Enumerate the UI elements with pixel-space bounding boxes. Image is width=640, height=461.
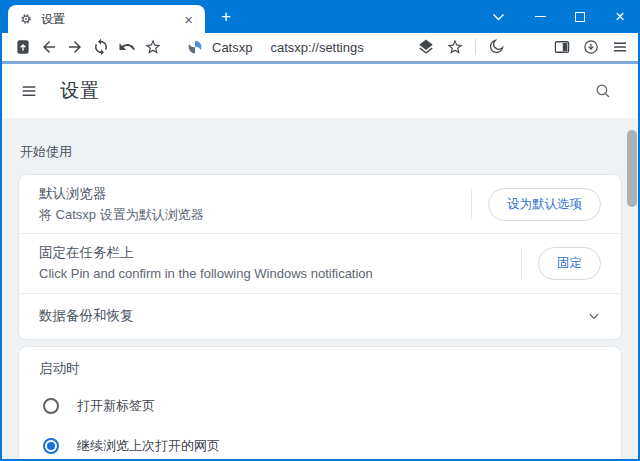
radio-option-new-tab[interactable]: 打开新标签页 bbox=[19, 386, 621, 426]
row-default-browser-action: 设为默认选项 bbox=[471, 188, 601, 221]
row-backup-restore-text: 数据备份和恢复 bbox=[39, 306, 587, 327]
toolbar: Catsxp catsxp://settings bbox=[2, 33, 638, 61]
radio-continue-label: 继续浏览上次打开的网页 bbox=[77, 437, 220, 455]
scrollbar-thumb[interactable] bbox=[627, 130, 637, 207]
tab-search-button[interactable] bbox=[478, 0, 518, 33]
row-backup-restore[interactable]: 数据备份和恢复 bbox=[19, 294, 621, 339]
tab-settings[interactable]: 设置 × bbox=[8, 5, 205, 33]
star-outline-icon bbox=[144, 38, 162, 56]
layers-button[interactable] bbox=[417, 38, 435, 56]
brand-label: Catsxp bbox=[212, 40, 252, 55]
card-getting-started: 默认浏览器 将 Catsxp 设置为默认浏览器 设为默认选项 固定在任务栏上 C… bbox=[18, 174, 622, 340]
pin-taskbar-title: 固定在任务栏上 bbox=[39, 243, 521, 264]
chevron-down-icon bbox=[587, 309, 601, 323]
row-pin-taskbar: 固定在任务栏上 Click Pin and confirm in the fol… bbox=[19, 234, 621, 293]
tab-title: 设置 bbox=[41, 11, 180, 28]
window-controls: × bbox=[520, 0, 640, 33]
arrow-back-icon bbox=[40, 38, 58, 56]
minimize-button[interactable] bbox=[520, 0, 560, 33]
settings-gear-icon bbox=[19, 12, 33, 26]
settings-header: 设置 bbox=[2, 64, 638, 118]
maximize-button[interactable] bbox=[560, 0, 600, 33]
browser-window: 设置 × + × bbox=[0, 0, 640, 461]
row-pin-taskbar-text: 固定在任务栏上 Click Pin and confirm in the fol… bbox=[39, 243, 521, 283]
undo-arrow-icon bbox=[118, 38, 136, 56]
pin-button[interactable]: 固定 bbox=[538, 247, 601, 280]
tab-close-icon[interactable]: × bbox=[180, 10, 197, 29]
hamburger-menu-icon bbox=[611, 38, 629, 56]
refresh-button[interactable] bbox=[92, 38, 110, 56]
card-startup: 启动时 打开新标签页 继续浏览上次打开的网页 bbox=[18, 346, 622, 459]
settings-menu-button[interactable] bbox=[20, 82, 38, 100]
search-button[interactable] bbox=[594, 82, 612, 100]
maximize-icon bbox=[575, 12, 585, 22]
bookmark-star-icon bbox=[446, 38, 464, 56]
page-title: 设置 bbox=[60, 78, 100, 104]
settings-content: 开始使用 默认浏览器 将 Catsxp 设置为默认浏览器 设为默认选项 固定在任… bbox=[2, 118, 638, 459]
startup-title: 启动时 bbox=[19, 347, 621, 386]
download-icon bbox=[582, 38, 600, 56]
minimize-icon bbox=[535, 16, 546, 17]
radio-new-tab[interactable] bbox=[43, 398, 59, 414]
downloads-button[interactable] bbox=[582, 38, 600, 56]
menu-button[interactable] bbox=[611, 38, 629, 56]
row-pin-taskbar-action: 固定 bbox=[521, 247, 601, 280]
address-url[interactable]: catsxp://settings bbox=[270, 40, 363, 55]
radio-continue-selected[interactable] bbox=[43, 438, 59, 454]
titlebar: 设置 × + × bbox=[0, 0, 640, 33]
backup-restore-title: 数据备份和恢复 bbox=[39, 306, 587, 327]
row-divider bbox=[521, 249, 522, 279]
search-icon bbox=[597, 85, 609, 97]
chevron-down-icon bbox=[492, 13, 505, 21]
back-button[interactable] bbox=[40, 38, 58, 56]
row-default-browser-text: 默认浏览器 将 Catsxp 设置为默认浏览器 bbox=[39, 184, 471, 224]
catsxp-logo-icon[interactable] bbox=[186, 38, 204, 56]
refresh-sync-icon bbox=[92, 38, 110, 56]
set-default-button[interactable]: 设为默认选项 bbox=[488, 188, 601, 221]
favorites-button[interactable] bbox=[144, 38, 162, 56]
toolbar-divider bbox=[475, 39, 476, 55]
sidebar-toggle-button[interactable] bbox=[553, 38, 571, 56]
radio-new-tab-label: 打开新标签页 bbox=[77, 397, 155, 415]
section-label-getting-started: 开始使用 bbox=[18, 118, 622, 174]
default-browser-subtitle: 将 Catsxp 设置为默认浏览器 bbox=[39, 205, 471, 225]
moon-icon bbox=[487, 38, 505, 56]
boss-key-icon bbox=[14, 38, 32, 56]
window-body: Catsxp catsxp://settings bbox=[2, 33, 638, 459]
sidebar-icon bbox=[553, 38, 571, 56]
layers-icon bbox=[417, 38, 435, 56]
forward-button[interactable] bbox=[66, 38, 84, 56]
arrow-forward-icon bbox=[66, 38, 84, 56]
radio-option-continue[interactable]: 继续浏览上次打开的网页 bbox=[19, 426, 621, 459]
boss-key-button[interactable] bbox=[14, 38, 32, 56]
pin-taskbar-subtitle: Click Pin and confirm in the following W… bbox=[39, 264, 521, 284]
row-default-browser: 默认浏览器 将 Catsxp 设置为默认浏览器 设为默认选项 bbox=[19, 175, 621, 234]
dark-mode-button[interactable] bbox=[487, 38, 505, 56]
new-tab-button[interactable]: + bbox=[213, 6, 239, 28]
toolbar-right bbox=[406, 38, 629, 56]
default-browser-title: 默认浏览器 bbox=[39, 184, 471, 205]
window-close-button[interactable]: × bbox=[600, 0, 640, 33]
bookmark-page-button[interactable] bbox=[446, 38, 464, 56]
row-divider bbox=[471, 189, 472, 219]
undo-button[interactable] bbox=[118, 38, 136, 56]
